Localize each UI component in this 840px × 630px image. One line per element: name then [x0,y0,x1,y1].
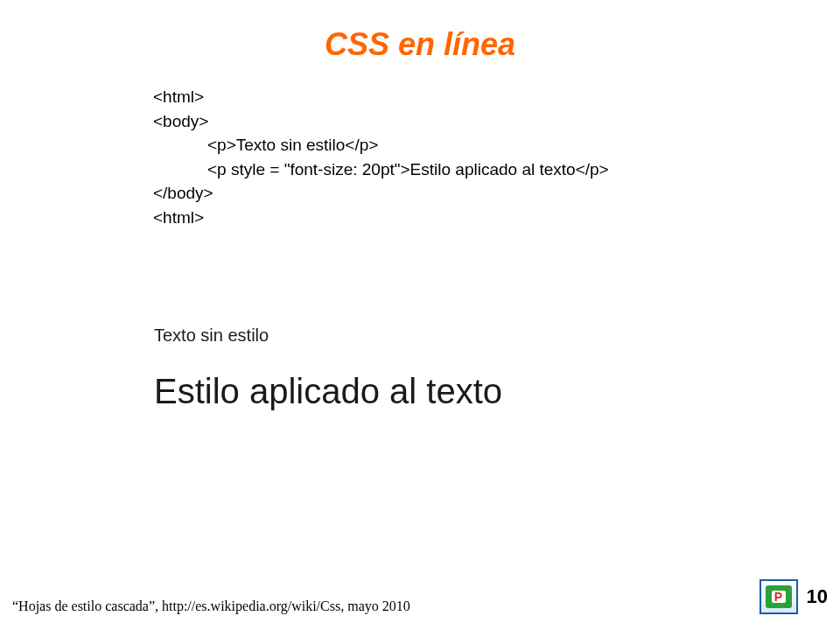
slide-title: CSS en línea [0,0,840,85]
code-line-2: <body> [153,109,840,134]
page-number: 10 [807,585,828,608]
output-text-large: Estilo aplicado al texto [154,372,651,411]
footer-right: 10 [760,579,828,614]
output-text-small: Texto sin estilo [154,326,651,346]
code-line-6: <html> [153,206,840,230]
logo-icon [760,579,798,614]
code-example: <html> <body> <p>Texto sin estilo</p> <p… [153,85,840,229]
rendered-output: Texto sin estilo Estilo aplicado al text… [140,317,665,429]
slide-footer: “Hojas de estilo cascada”, http://es.wik… [12,579,828,614]
citation-text: “Hojas de estilo cascada”, http://es.wik… [12,598,410,614]
code-line-5: </body> [153,181,840,206]
code-line-1: <html> [153,85,840,109]
code-line-4: <p style = "font-size: 20pt">Estilo apli… [153,158,840,182]
code-line-3: <p>Texto sin estilo</p> [153,133,840,158]
